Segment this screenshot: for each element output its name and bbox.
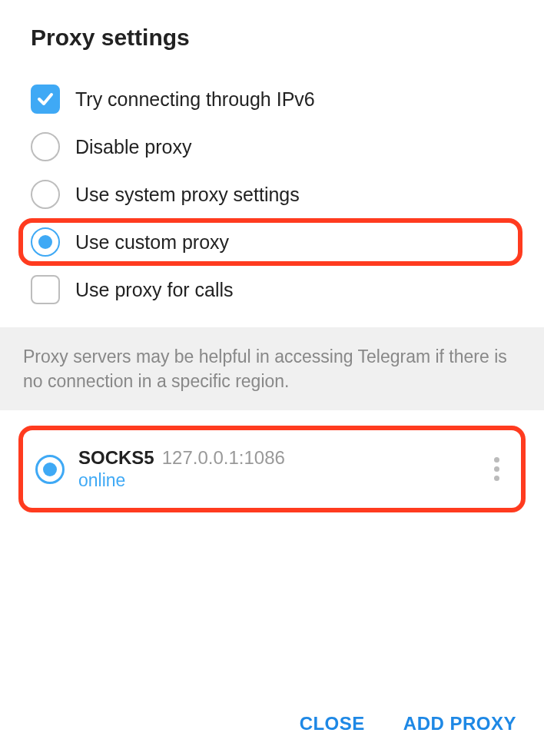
dialog-footer: CLOSE ADD PROXY bbox=[272, 691, 544, 756]
option-disable-proxy[interactable]: Disable proxy bbox=[31, 123, 522, 171]
radio-disable-proxy[interactable] bbox=[31, 132, 60, 161]
page-title: Proxy settings bbox=[31, 25, 513, 51]
proxy-status: online bbox=[78, 470, 474, 491]
option-ipv6-label: Try connecting through IPv6 bbox=[75, 88, 315, 111]
info-text: Proxy servers may be helpful in accessin… bbox=[23, 344, 521, 393]
option-system-proxy-label: Use system proxy settings bbox=[75, 184, 300, 206]
info-banner: Proxy servers may be helpful in accessin… bbox=[0, 327, 544, 410]
option-disable-proxy-label: Disable proxy bbox=[75, 136, 191, 158]
more-icon[interactable] bbox=[488, 451, 506, 487]
proxy-item[interactable]: SOCKS5 127.0.0.1:1086 online bbox=[18, 426, 526, 512]
proxy-list: SOCKS5 127.0.0.1:1086 online bbox=[0, 410, 544, 528]
checkbox-proxy-calls[interactable] bbox=[31, 275, 60, 304]
add-proxy-button[interactable]: ADD PROXY bbox=[403, 713, 516, 734]
radio-proxy-selected[interactable] bbox=[35, 455, 65, 484]
proxy-details: SOCKS5 127.0.0.1:1086 online bbox=[78, 447, 474, 491]
proxy-type: SOCKS5 bbox=[78, 447, 154, 469]
radio-system-proxy[interactable] bbox=[31, 180, 60, 209]
option-custom-proxy-label: Use custom proxy bbox=[75, 231, 229, 254]
radio-custom-proxy[interactable] bbox=[31, 227, 60, 257]
proxy-options: Try connecting through IPv6 Disable prox… bbox=[0, 66, 544, 320]
option-ipv6[interactable]: Try connecting through IPv6 bbox=[31, 75, 522, 123]
option-proxy-calls[interactable]: Use proxy for calls bbox=[31, 266, 522, 313]
close-button[interactable]: CLOSE bbox=[300, 713, 365, 734]
option-custom-proxy[interactable]: Use custom proxy bbox=[18, 218, 522, 266]
option-system-proxy[interactable]: Use system proxy settings bbox=[31, 171, 522, 218]
option-proxy-calls-label: Use proxy for calls bbox=[75, 279, 234, 301]
checkmark-icon bbox=[36, 90, 55, 108]
checkbox-ipv6[interactable] bbox=[31, 85, 60, 114]
proxy-address: 127.0.0.1:1086 bbox=[162, 447, 285, 469]
